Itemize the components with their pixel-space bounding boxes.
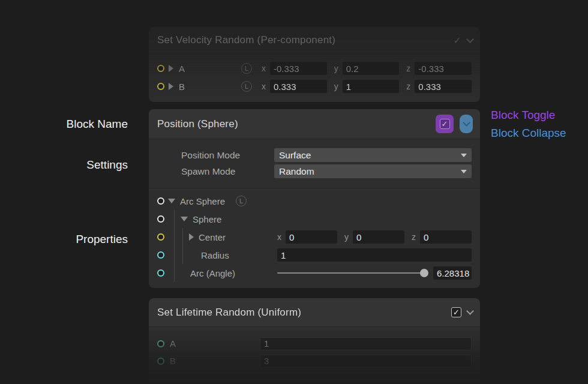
port-icon[interactable]	[157, 83, 164, 90]
x-field[interactable]: -0.333	[270, 62, 327, 75]
axis-label-z: z	[406, 64, 415, 73]
block-toggle-button[interactable]: ✓	[436, 115, 454, 133]
setting-row-spawn-mode: Spawn Mode Random	[157, 163, 472, 179]
axis-label-z: z	[406, 82, 415, 91]
property-label: Center	[199, 232, 226, 242]
block-title: Position (Sphere)	[157, 118, 436, 130]
foldout-closed-icon[interactable]	[169, 65, 173, 72]
block-set-lifetime-random: Set Lifetime Random (Uniform) ✓ A 1 B 3	[149, 298, 480, 384]
axis-label-x: x	[277, 232, 286, 242]
enabled-checkmark-icon[interactable]: ✓	[454, 35, 461, 46]
port-icon[interactable]	[157, 251, 164, 259]
property-row-center: Center x0 y0 z0	[157, 228, 472, 246]
foldout-closed-icon[interactable]	[189, 233, 194, 241]
axis-label-y: y	[344, 232, 353, 242]
setting-label: Position Mode	[181, 150, 274, 161]
block-title: Set Velocity Random (Per-component)	[157, 34, 454, 46]
indent-guide	[174, 228, 175, 246]
center-x-field[interactable]: 0	[286, 230, 337, 244]
port-icon[interactable]	[157, 215, 164, 223]
port-icon[interactable]	[157, 197, 164, 205]
a-field[interactable]: 1	[260, 337, 472, 350]
z-field[interactable]: 0.333	[415, 80, 472, 93]
x-field[interactable]: 0.333	[270, 80, 327, 93]
property-label: A	[179, 64, 241, 74]
block-set-velocity-random: Set Velocity Random (Per-component) ✓ A …	[149, 27, 480, 102]
indent-guide	[182, 228, 183, 246]
y-field[interactable]: 0.2	[343, 62, 400, 75]
block-position-sphere: Position (Sphere) ✓ Position Mode Surfac…	[149, 109, 480, 288]
enabled-checkbox[interactable]: ✓	[451, 307, 461, 317]
radius-field[interactable]: 1	[277, 248, 472, 262]
spawn-mode-dropdown[interactable]: Random	[274, 164, 472, 178]
foldout-open-icon[interactable]	[181, 217, 188, 221]
b-field[interactable]: 3	[260, 355, 472, 368]
property-label: Sphere	[193, 214, 221, 224]
property-row-a: A L x-0.333 y0.2 z-0.333	[157, 59, 472, 77]
collapse-chevron-icon[interactable]	[466, 307, 474, 315]
property-label: B	[170, 356, 260, 366]
property-label: Radius	[201, 250, 229, 260]
property-row-sphere: Sphere	[157, 210, 472, 228]
indent-guide	[174, 210, 175, 228]
dropdown-arrow-icon	[461, 170, 467, 173]
block-header[interactable]: Set Velocity Random (Per-component) ✓	[149, 27, 480, 54]
block-header[interactable]: Position (Sphere) ✓	[149, 109, 480, 139]
property-row-b: B L x0.333 y1 z0.333	[157, 77, 472, 95]
axis-label-z: z	[412, 232, 420, 242]
annotation-block-toggle: Block Toggle	[491, 109, 555, 122]
y-field[interactable]: 1	[343, 80, 400, 93]
axis-label-x: x	[262, 82, 270, 91]
port-icon[interactable]	[157, 65, 164, 72]
lock-icon[interactable]: L	[236, 196, 247, 206]
toggle-checkmark-icon: ✓	[440, 119, 450, 129]
setting-row-position-mode: Position Mode Surface	[157, 147, 472, 163]
collapse-chevron-icon	[463, 119, 470, 127]
position-mode-dropdown[interactable]: Surface	[274, 148, 472, 162]
axis-label-y: y	[334, 64, 343, 73]
property-row-arc: Arc (Angle) 6.28318	[157, 264, 472, 282]
slider-track[interactable]	[277, 272, 421, 274]
block-title: Set Lifetime Random (Uniform)	[157, 307, 451, 319]
port-icon[interactable]	[157, 269, 164, 277]
property-row-radius: Radius 1	[157, 246, 472, 264]
lock-icon[interactable]: L	[241, 63, 252, 74]
arc-slider[interactable]	[277, 269, 428, 277]
block-header[interactable]: Set Lifetime Random (Uniform) ✓	[149, 298, 480, 327]
port-icon[interactable]	[157, 340, 164, 347]
indent-guide	[174, 246, 175, 264]
z-field[interactable]: -0.333	[415, 62, 472, 75]
axis-label-y: y	[334, 82, 343, 91]
settings-section: Position Mode Surface Spawn Mode Random	[149, 139, 480, 188]
annotation-settings: Settings	[86, 158, 128, 172]
property-row-a: A 1	[157, 335, 472, 352]
block-collapse-button[interactable]	[460, 115, 473, 133]
setting-label: Spawn Mode	[181, 166, 274, 177]
collapse-chevron-icon[interactable]	[466, 35, 474, 43]
center-y-field[interactable]: 0	[353, 230, 404, 244]
foldout-open-icon[interactable]	[168, 199, 175, 203]
property-label: B	[179, 82, 241, 92]
foldout-closed-icon[interactable]	[169, 83, 173, 90]
property-row-arc-sphere: Arc Sphere L	[157, 192, 472, 210]
dropdown-value: Random	[279, 166, 314, 177]
dropdown-value: Surface	[279, 150, 311, 161]
dropdown-arrow-icon	[461, 154, 467, 157]
properties-section: Arc Sphere L Sphere	[149, 188, 480, 282]
indent-guide	[182, 246, 183, 264]
center-z-field[interactable]: 0	[420, 230, 472, 244]
axis-label-x: x	[262, 64, 270, 73]
property-label: Arc Sphere	[180, 196, 225, 206]
property-label: A	[170, 338, 260, 349]
annotation-block-name: Block Name	[67, 118, 128, 131]
port-icon[interactable]	[157, 233, 164, 241]
slider-handle-icon[interactable]	[420, 269, 428, 277]
annotation-block-collapse: Block Collapse	[491, 127, 566, 140]
port-icon[interactable]	[157, 358, 164, 365]
indent-guide	[174, 264, 175, 282]
annotation-properties: Properties	[76, 233, 128, 246]
arc-value-field[interactable]: 6.28318	[433, 266, 472, 280]
property-row-b: B 3	[157, 352, 472, 370]
lock-icon[interactable]: L	[241, 81, 252, 92]
property-label: Arc (Angle)	[190, 268, 235, 278]
